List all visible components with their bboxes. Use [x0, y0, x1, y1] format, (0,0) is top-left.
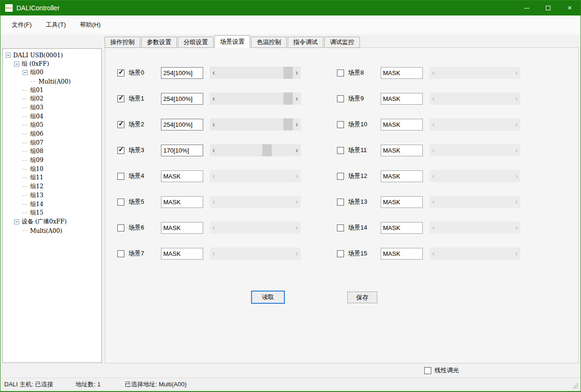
scene-2-value-input[interactable] [161, 119, 203, 131]
tree-node-group09[interactable]: 组09 [3, 156, 101, 165]
tab-parameter-settings[interactable]: 参数设置 [141, 37, 177, 48]
tree-node-device-broadcast[interactable]: 设备 (广播0xFF) [3, 217, 101, 226]
menu-file[interactable]: 文件(F) [8, 19, 36, 31]
scene-5-value-input[interactable] [161, 196, 203, 208]
scene-10-value-input[interactable] [381, 119, 423, 131]
tree-node-group01[interactable]: 组01 [3, 86, 101, 95]
linear-dimming-checkbox[interactable] [424, 367, 431, 374]
scene-4-value-input[interactable] [161, 170, 203, 182]
scene-0-scrollbar[interactable] [210, 67, 301, 79]
tree-collapse-icon[interactable] [14, 219, 19, 224]
tree-node-multi-a00[interactable]: Multi(A00) [3, 77, 101, 86]
scene-1-value-input[interactable] [161, 93, 203, 105]
maximize-button[interactable] [537, 0, 559, 15]
close-button[interactable]: ✕ [559, 0, 581, 15]
scene-8-value-input[interactable] [381, 67, 423, 79]
scene-9-scrollbar [429, 92, 520, 105]
tree-node-group00[interactable]: 组00 [3, 68, 101, 77]
scene-3-checkbox[interactable] [117, 147, 124, 154]
scene-2-scrollbar[interactable] [210, 118, 301, 131]
scene-13-checkbox[interactable] [337, 199, 344, 206]
status-bar: DALI 主机: 已连接 地址数: 1 已选择地址: Multi(A00) [0, 377, 581, 391]
tab-debug-monitor[interactable]: 调试监控 [324, 37, 360, 48]
scroll-left-icon[interactable] [210, 118, 218, 131]
scene-7-value-input[interactable] [161, 248, 203, 260]
scroll-right-icon[interactable] [293, 92, 301, 105]
scene-row-6: 场景6 [117, 222, 319, 234]
tab-color-temperature[interactable]: 色温控制 [251, 37, 287, 48]
scene-11-value-input[interactable] [381, 145, 423, 156]
tree-node-group15[interactable]: 组15 [3, 208, 101, 217]
scene-3-value-input[interactable] [161, 145, 203, 156]
tree-connector [23, 204, 27, 205]
scene-8-checkbox[interactable] [337, 69, 344, 77]
tree-node-group13[interactable]: 组13 [3, 191, 101, 200]
scene-9-checkbox[interactable] [337, 95, 344, 102]
save-button[interactable]: 保存 [347, 292, 377, 303]
read-button[interactable]: 读取 [251, 291, 285, 304]
scene-11-checkbox[interactable] [337, 147, 344, 154]
tree-node-label: Multi(A00) [30, 227, 62, 234]
tab-grouping-settings[interactable]: 分组设置 [178, 37, 214, 48]
tree-node-group07[interactable]: 组07 [3, 138, 101, 147]
scene-2-checkbox[interactable] [117, 121, 124, 128]
scroll-right-icon [512, 144, 520, 156]
tree-node-group08[interactable]: 组08 [3, 147, 101, 156]
scene-13-value-input[interactable] [381, 196, 423, 208]
scene-6-value-input[interactable] [161, 222, 203, 234]
tab-scene-settings[interactable]: 场景设置 [214, 35, 250, 48]
scroll-thumb[interactable] [262, 144, 272, 156]
tree-node-group12[interactable]: 组12 [3, 182, 101, 191]
scene-6-checkbox[interactable] [117, 224, 124, 231]
menu-help[interactable]: 帮助(H) [76, 19, 104, 31]
scroll-left-icon[interactable] [210, 144, 218, 156]
scene-14-checkbox[interactable] [337, 224, 344, 231]
scroll-right-icon[interactable] [293, 118, 301, 131]
scene-9-label: 场景9 [348, 94, 381, 103]
scene-15-checkbox[interactable] [337, 250, 344, 257]
tree-node-group05[interactable]: 组05 [3, 121, 101, 130]
scene-9-value-input[interactable] [381, 93, 423, 105]
tree-node-dali-usb[interactable]: DALI USB(0001) [3, 51, 101, 60]
tree-node-group02[interactable]: 组02 [3, 94, 101, 103]
scroll-thumb[interactable] [283, 118, 293, 131]
tree-node-group06[interactable]: 组06 [3, 130, 101, 138]
tab-command-debug[interactable]: 指令调试 [288, 37, 323, 48]
scene-4-checkbox[interactable] [117, 173, 124, 180]
scene-7-checkbox[interactable] [117, 250, 124, 257]
minimize-button[interactable] [516, 0, 537, 15]
tree-node-group03[interactable]: 组03 [3, 103, 101, 112]
scroll-left-icon[interactable] [210, 67, 218, 79]
scene-10-checkbox[interactable] [337, 121, 344, 128]
tree-collapse-icon[interactable] [6, 53, 11, 58]
tree-node-group14[interactable]: 组14 [3, 200, 101, 209]
scene-3-scrollbar[interactable] [210, 144, 301, 156]
menu-tools[interactable]: 工具(T) [42, 19, 70, 31]
scene-5-checkbox[interactable] [117, 199, 124, 206]
tree-collapse-icon[interactable] [14, 61, 19, 67]
tree-node-label: 组14 [30, 200, 43, 208]
scene-0-checkbox[interactable] [117, 69, 124, 77]
scroll-right-icon[interactable] [293, 144, 301, 156]
scene-1-checkbox[interactable] [117, 95, 124, 102]
scene-0-value-input[interactable] [161, 67, 203, 79]
scene-column-left: 场景0 场景1 场景2 [117, 67, 319, 273]
scene-15-value-input[interactable] [381, 248, 423, 260]
scroll-thumb[interactable] [283, 67, 293, 79]
tab-operation-control[interactable]: 操作控制 [105, 37, 140, 48]
status-address-count: 地址数: 1 [76, 378, 100, 391]
tree-node-group11[interactable]: 组11 [3, 174, 101, 183]
tree-node-group10[interactable]: 组10 [3, 165, 101, 174]
scroll-right-icon[interactable] [293, 67, 301, 79]
tree-collapse-icon[interactable] [23, 70, 28, 75]
scene-12-checkbox[interactable] [337, 173, 344, 180]
tree-node-group04[interactable]: 组04 [3, 112, 101, 121]
scroll-thumb[interactable] [283, 92, 293, 105]
tree-node-group-root[interactable]: 组 (0xFF) [3, 60, 101, 69]
scene-12-value-input[interactable] [381, 170, 423, 182]
scene-14-value-input[interactable] [381, 222, 423, 234]
scroll-left-icon[interactable] [210, 92, 218, 105]
scene-1-scrollbar[interactable] [210, 92, 301, 105]
resize-grip-icon[interactable] [573, 384, 574, 384]
tree-node-multi-a00-device[interactable]: Multi(A00) [3, 226, 101, 235]
